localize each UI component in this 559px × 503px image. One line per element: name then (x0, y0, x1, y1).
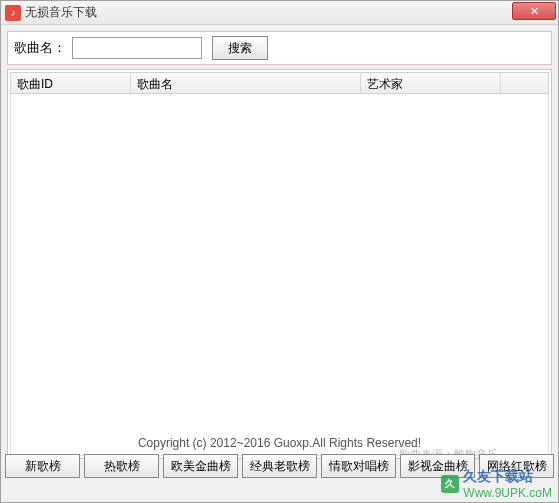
column-extra[interactable] (501, 73, 548, 93)
app-window: ♪ 无损音乐下载 ✕ 歌曲名： 搜索 歌曲ID 歌曲名 艺术家 Copyrigh… (0, 0, 559, 503)
column-song-id[interactable]: 歌曲ID (11, 73, 131, 93)
music-icon: ♪ (5, 5, 21, 21)
results-list[interactable] (10, 94, 549, 456)
search-bar: 歌曲名： 搜索 (7, 31, 552, 65)
table-header: 歌曲ID 歌曲名 艺术家 (10, 72, 549, 94)
chart-love-button[interactable]: 情歌对唱榜 (321, 454, 396, 478)
chart-western-button[interactable]: 欧美金曲榜 (163, 454, 238, 478)
chart-hot-button[interactable]: 热歌榜 (84, 454, 159, 478)
search-label: 歌曲名： (12, 39, 68, 57)
search-input[interactable] (72, 37, 202, 59)
results-panel: 歌曲ID 歌曲名 艺术家 (7, 69, 552, 459)
column-song-name[interactable]: 歌曲名 (131, 73, 361, 93)
watermark-site-name: 久友下载站 (463, 468, 552, 486)
search-button[interactable]: 搜索 (212, 36, 268, 60)
watermark: 久 久友下载站 Www.9UPK.coM (441, 468, 552, 500)
titlebar: ♪ 无损音乐下载 ✕ (1, 1, 558, 25)
watermark-logo-icon: 久 (441, 475, 459, 493)
watermark-site-url: Www.9UPK.coM (463, 486, 552, 500)
close-icon: ✕ (530, 5, 539, 18)
client-area: 歌曲名： 搜索 歌曲ID 歌曲名 艺术家 Copyright (c) 2012~… (1, 25, 558, 502)
close-button[interactable]: ✕ (512, 2, 556, 20)
chart-classic-button[interactable]: 经典老歌榜 (242, 454, 317, 478)
window-title: 无损音乐下载 (25, 4, 97, 21)
chart-new-button[interactable]: 新歌榜 (5, 454, 80, 478)
column-artist[interactable]: 艺术家 (361, 73, 501, 93)
